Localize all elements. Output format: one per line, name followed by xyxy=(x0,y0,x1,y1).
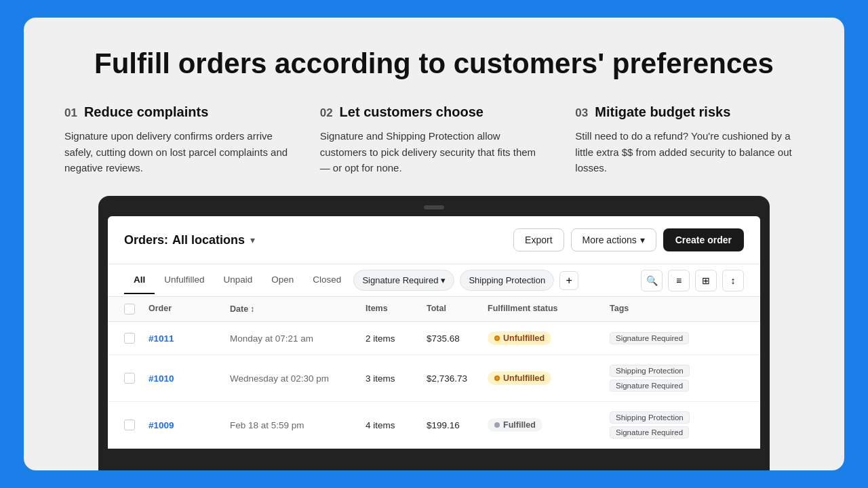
orders-label: Orders: xyxy=(124,233,168,247)
tab-closed[interactable]: Closed xyxy=(303,266,351,294)
laptop-mockup: Orders: All locations ▾ Export More acti… xyxy=(64,196,804,470)
filter-shipping-protection[interactable]: Shipping Protection xyxy=(460,270,554,291)
shipping-protection-label: Shipping Protection xyxy=(469,275,545,285)
order-status: Unfulfilled xyxy=(488,331,610,345)
filter-tabs: All Unfulfilled Unpaid Open Closed Signa… xyxy=(108,264,760,297)
orders-header: Orders: All locations ▾ Export More acti… xyxy=(108,216,760,264)
order-number: #1009 xyxy=(149,420,230,430)
orders-title-wrap: Orders: All locations ▾ xyxy=(124,233,255,247)
tag-shipping-protection: Shipping Protection xyxy=(610,411,690,424)
signature-required-label: Signature Required xyxy=(362,275,438,285)
benefit-3-num: 03 xyxy=(575,106,588,120)
order-total: $2,736.73 xyxy=(427,373,488,384)
chevron-down-icon: ▾ xyxy=(441,275,446,285)
table-row[interactable]: #1009 Feb 18 at 5:59 pm 4 items $199.16 … xyxy=(108,402,760,449)
col-items: Items xyxy=(366,304,427,314)
select-all-checkbox[interactable] xyxy=(124,304,135,314)
col-fulfillment-status: Fulfillment status xyxy=(488,304,610,314)
order-items: 3 items xyxy=(366,373,427,384)
tab-open[interactable]: Open xyxy=(262,266,303,294)
status-label: Unfulfilled xyxy=(503,373,545,383)
row-checkbox[interactable] xyxy=(124,373,149,384)
add-filter-button[interactable]: + xyxy=(559,271,578,290)
order-tags: Shipping Protection Signature Required xyxy=(610,411,744,439)
laptop-frame: Orders: All locations ▾ Export More acti… xyxy=(98,196,770,470)
benefit-2-text: Signature and Shipping Protection allow … xyxy=(320,128,549,176)
status-dot-icon xyxy=(494,375,500,381)
tag-shipping-protection: Shipping Protection xyxy=(610,365,690,377)
benefit-3-title: Mitigate budget risks xyxy=(595,104,730,120)
order-date: Feb 18 at 5:59 pm xyxy=(230,420,366,430)
table-header: Order Date ↕ Items Total Fulfillment sta… xyxy=(108,297,760,322)
status-label: Fulfilled xyxy=(503,420,536,430)
benefits-section: 01 Reduce complaints Signature upon deli… xyxy=(64,104,804,176)
order-date: Wednesday at 02:30 pm xyxy=(230,373,366,384)
benefit-2: 02 Let customers choose Signature and Sh… xyxy=(320,104,549,176)
columns-icon[interactable]: ⊞ xyxy=(695,270,717,291)
order-tags: Shipping Protection Signature Required xyxy=(610,365,744,392)
benefit-2-num: 02 xyxy=(320,106,333,120)
col-date[interactable]: Date ↕ xyxy=(230,304,366,314)
tab-unfulfilled[interactable]: Unfulfilled xyxy=(155,266,214,294)
benefit-2-title: Let customers choose xyxy=(340,104,484,120)
headline: Fulfill orders according to customers' p… xyxy=(64,47,804,80)
order-items: 4 items xyxy=(366,420,427,430)
sort-arrow-icon: ↕ xyxy=(250,304,254,314)
export-button[interactable]: Export xyxy=(513,228,564,251)
table-view-icons: 🔍 ≡ ⊞ ↕ xyxy=(641,270,744,291)
tag-signature-required: Signature Required xyxy=(610,380,689,392)
benefit-1-text: Signature upon delivery confirms orders … xyxy=(64,128,293,176)
benefit-3: 03 Mitigate budget risks Still need to d… xyxy=(575,104,804,176)
filter-signature-required[interactable]: Signature Required ▾ xyxy=(353,270,454,291)
header-actions: Export More actions ▾ Create order xyxy=(513,228,744,251)
status-dot-icon xyxy=(494,336,500,341)
order-number: #1010 xyxy=(149,373,230,384)
more-actions-button[interactable]: More actions ▾ xyxy=(571,228,656,251)
tab-unpaid[interactable]: Unpaid xyxy=(214,266,262,294)
benefit-3-text: Still need to do a refund? You're cushio… xyxy=(575,128,804,176)
table-row[interactable]: #1010 Wednesday at 02:30 pm 3 items $2,7… xyxy=(108,355,760,402)
row-checkbox[interactable] xyxy=(124,420,149,430)
create-order-button[interactable]: Create order xyxy=(663,228,744,251)
order-total: $735.68 xyxy=(427,333,488,344)
col-tags: Tags xyxy=(610,304,744,314)
order-date: Monday at 07:21 am xyxy=(230,333,366,344)
order-items: 2 items xyxy=(366,333,427,344)
tag-signature-required: Signature Required xyxy=(610,332,689,344)
chevron-down-icon[interactable]: ▾ xyxy=(250,235,255,245)
col-checkbox xyxy=(124,304,149,314)
benefit-1-title: Reduce complaints xyxy=(84,104,208,120)
orders-location: All locations xyxy=(172,233,245,247)
col-total: Total xyxy=(427,304,488,314)
order-number: #1011 xyxy=(149,333,230,344)
laptop-notch xyxy=(424,205,444,209)
table-row[interactable]: #1011 Monday at 07:21 am 2 items $735.68… xyxy=(108,322,760,355)
orders-table: Order Date ↕ Items Total Fulfillment sta… xyxy=(108,297,760,449)
chevron-down-icon: ▾ xyxy=(640,235,645,245)
status-dot-icon xyxy=(494,422,500,428)
order-status: Fulfilled xyxy=(488,418,610,432)
order-status: Unfulfilled xyxy=(488,371,610,385)
order-tags: Signature Required xyxy=(610,332,744,344)
more-actions-label: More actions xyxy=(583,235,637,245)
benefit-1-num: 01 xyxy=(64,106,77,120)
status-label: Unfulfilled xyxy=(503,333,545,343)
order-total: $199.16 xyxy=(427,420,488,430)
filter-icon[interactable]: ≡ xyxy=(668,270,690,291)
col-order: Order xyxy=(149,304,230,314)
tag-signature-required: Signature Required xyxy=(610,426,689,439)
main-card: Fulfill orders according to customers' p… xyxy=(24,18,844,470)
laptop-screen: Orders: All locations ▾ Export More acti… xyxy=(108,216,760,449)
benefit-1: 01 Reduce complaints Signature upon deli… xyxy=(64,104,293,176)
tab-all[interactable]: All xyxy=(124,266,155,294)
sort-icon[interactable]: ↕ xyxy=(722,270,744,291)
search-icon[interactable]: 🔍 xyxy=(641,270,663,291)
row-checkbox[interactable] xyxy=(124,333,149,344)
